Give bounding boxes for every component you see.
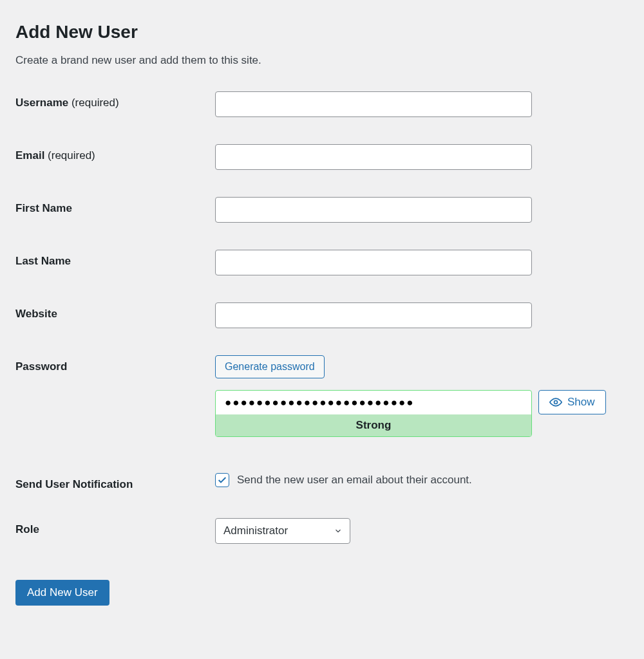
page-subtitle: Create a brand new user and add them to … [15, 54, 629, 67]
password-strength: Strong [216, 414, 531, 436]
role-select[interactable] [215, 518, 350, 544]
notification-checkbox-label: Send the new user an email about their a… [237, 474, 472, 487]
role-label: Role [15, 518, 215, 536]
password-input[interactable]: ●●●●●●●●●●●●●●●●●●●●●●●● [216, 391, 531, 414]
last-name-label: Last Name [15, 250, 215, 268]
password-label: Password [15, 355, 215, 373]
row-notification: Send User Notification Send the new user… [15, 473, 629, 491]
row-last-name: Last Name [15, 250, 629, 275]
notification-label: Send User Notification [15, 473, 215, 491]
check-icon [217, 475, 227, 485]
email-required: (required) [44, 149, 95, 162]
row-first-name: First Name [15, 197, 629, 223]
first-name-input[interactable] [215, 197, 532, 223]
eye-icon [549, 396, 562, 409]
show-password-button[interactable]: Show [538, 390, 606, 414]
show-button-label: Show [567, 396, 595, 409]
row-email: Email (required) [15, 144, 629, 170]
website-input[interactable] [215, 302, 532, 328]
generate-password-button[interactable]: Generate password [215, 355, 325, 378]
first-name-label: First Name [15, 197, 215, 215]
email-input[interactable] [215, 144, 532, 170]
row-username: Username (required) [15, 91, 629, 117]
username-required: (required) [68, 97, 118, 109]
row-password: Password Generate password ●●●●●●●●●●●●●… [15, 355, 629, 437]
password-box: ●●●●●●●●●●●●●●●●●●●●●●●● Strong [215, 390, 532, 437]
email-label-text: Email [15, 149, 44, 162]
row-role: Role [15, 518, 629, 544]
username-input[interactable] [215, 91, 532, 117]
username-label-text: Username [15, 97, 68, 109]
add-new-user-button[interactable]: Add New User [15, 580, 109, 606]
username-label: Username (required) [15, 91, 215, 109]
row-website: Website [15, 302, 629, 328]
last-name-input[interactable] [215, 250, 532, 275]
svg-point-0 [554, 401, 558, 404]
website-label: Website [15, 302, 215, 320]
page-title: Add New User [15, 22, 629, 42]
notification-checkbox[interactable] [215, 473, 229, 487]
email-label: Email (required) [15, 144, 215, 162]
